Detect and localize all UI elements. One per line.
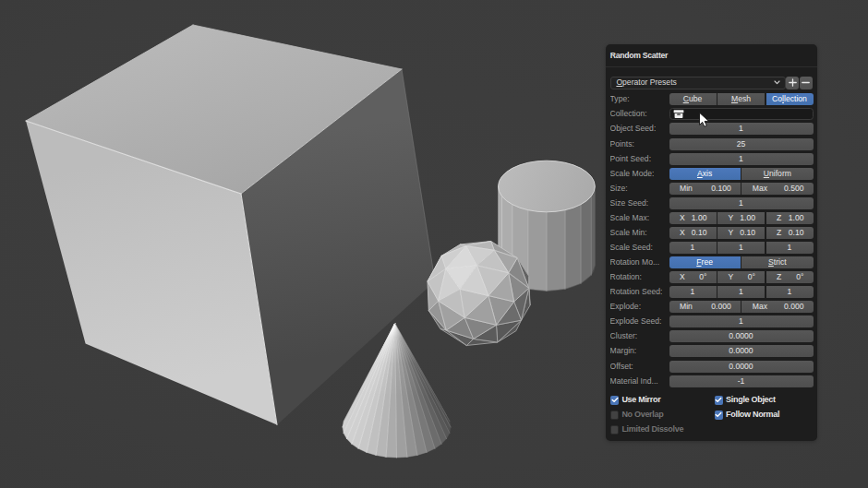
number-field[interactable]: 0.0000 <box>669 361 814 373</box>
field-value: 1 <box>691 286 695 298</box>
number-field-value: 0.0000 <box>729 361 753 373</box>
enum-option-uniform[interactable]: Uniform <box>741 168 813 180</box>
property-widget: 111 <box>669 242 814 254</box>
field-axis-label: Z <box>777 212 781 224</box>
blender-3d-viewport[interactable]: Random Scatter Operator Presets Type:Cub… <box>0 0 868 488</box>
property-label: Cluster: <box>610 330 638 342</box>
property-widget: 0.0000 <box>669 361 814 373</box>
number-field[interactable]: Min0.000 <box>669 301 741 313</box>
add-preset-button[interactable] <box>786 77 799 89</box>
property-row: Size Seed:1 <box>606 197 817 209</box>
checkbox-label: Follow Normal <box>726 411 779 420</box>
property-row: Rotation Seed:111 <box>606 286 817 298</box>
number-field[interactable]: Max0.000 <box>741 301 813 313</box>
number-field[interactable]: Z1.00 <box>766 212 814 224</box>
number-field[interactable]: 1 <box>669 315 814 327</box>
minus-icon <box>802 78 810 87</box>
number-field[interactable]: Max0.500 <box>741 183 813 195</box>
checkbox-label: No Overlap <box>621 411 663 420</box>
number-field[interactable]: 0.0000 <box>669 345 814 357</box>
number-field[interactable]: 1 <box>717 286 765 298</box>
property-widget: 0.0000 <box>669 345 814 357</box>
number-field[interactable]: 1 <box>766 242 814 254</box>
property-row: Scale Min:X0.10Y0.10Z0.10 <box>606 227 817 239</box>
checkmark-icon <box>715 397 722 403</box>
number-field[interactable]: Y0.10 <box>717 227 765 239</box>
number-field[interactable]: Y1.00 <box>717 212 765 224</box>
enum-option-free[interactable]: Free <box>669 256 741 268</box>
number-field[interactable]: Min0.100 <box>669 183 741 195</box>
collection-picker-field[interactable] <box>669 108 814 120</box>
number-field[interactable]: X1.00 <box>669 212 717 224</box>
number-field[interactable]: 1 <box>717 242 765 254</box>
property-row: Point Seed:1 <box>606 153 817 165</box>
number-field-value: -1 <box>738 375 745 387</box>
enum-option-label: Mesh <box>731 93 751 105</box>
property-label: Size: <box>610 183 628 195</box>
number-field-value: 1 <box>739 315 743 327</box>
field-axis-label: X <box>680 212 685 224</box>
number-field[interactable]: X0.10 <box>669 227 717 239</box>
field-value: 0° <box>796 271 803 283</box>
number-field[interactable]: 1 <box>669 242 717 254</box>
number-field[interactable]: 1 <box>669 123 814 135</box>
checkmark-icon <box>611 397 619 403</box>
number-field-value: 0.0000 <box>729 330 753 342</box>
enum-option-mesh[interactable]: Mesh <box>717 93 765 105</box>
operator-presets-dropdown[interactable]: Operator Presets <box>610 77 786 89</box>
checkbox-label: Limited Dissolve <box>621 425 683 434</box>
property-label: Rotation Mo... <box>610 256 660 268</box>
number-field[interactable]: Z0° <box>766 271 814 283</box>
field-value: 0.100 <box>711 183 731 195</box>
number-field[interactable]: X0° <box>669 271 717 283</box>
number-field[interactable]: -1 <box>669 375 814 387</box>
number-field[interactable]: 25 <box>669 138 814 150</box>
property-row: Margin:0.0000 <box>606 345 817 357</box>
property-label: Rotation Seed: <box>610 286 663 298</box>
property-widget: X0.10Y0.10Z0.10 <box>669 227 814 239</box>
property-label: Scale Seed: <box>610 242 653 254</box>
number-field[interactable]: 0.0000 <box>669 330 814 342</box>
remove-preset-button[interactable] <box>800 77 813 89</box>
field-value: 1.00 <box>789 212 804 224</box>
property-row: Rotation:X0°Y0°Z0° <box>606 271 817 283</box>
number-field[interactable]: Z0.10 <box>766 227 814 239</box>
property-label: Margin: <box>610 345 637 357</box>
property-label: Object Seed: <box>610 123 657 135</box>
enum-option-label: Free <box>696 256 713 268</box>
number-field-value: 1 <box>739 153 743 165</box>
mouse-cursor-icon <box>698 112 711 130</box>
enum-option-axis[interactable]: Axis <box>669 168 741 180</box>
field-axis-label: Z <box>777 227 781 239</box>
enum-option-label: Collection <box>772 93 807 105</box>
field-value: 1 <box>788 286 792 298</box>
property-row: Scale Mode:AxisUniform <box>606 168 817 180</box>
collection-icon <box>673 109 684 119</box>
checkbox-use-mirror[interactable] <box>610 396 619 405</box>
property-row: Points:25 <box>606 138 817 150</box>
enum-option-cube[interactable]: Cube <box>669 93 717 105</box>
property-label: Point Seed: <box>610 153 651 165</box>
number-field[interactable]: 1 <box>669 153 814 165</box>
field-axis-label: X <box>680 227 685 239</box>
enum-option-strict[interactable]: Strict <box>741 256 813 268</box>
field-value: 0.10 <box>789 227 804 239</box>
field-value: 1 <box>788 242 792 254</box>
enum-option-collection[interactable]: Collection <box>766 93 814 105</box>
number-field[interactable]: 1 <box>669 286 717 298</box>
property-label: Points: <box>610 138 634 150</box>
field-axis-label: Z <box>777 271 781 283</box>
property-label: Collection: <box>610 108 647 120</box>
checkmark-icon <box>715 411 722 418</box>
number-field[interactable]: 1 <box>766 286 814 298</box>
property-widget: 1 <box>669 315 814 327</box>
number-field[interactable]: Y0° <box>717 271 765 283</box>
number-field[interactable]: 1 <box>669 197 814 209</box>
field-axis-label: Max <box>753 183 767 195</box>
property-widget: 1 <box>669 153 814 165</box>
property-widget: 0.0000 <box>669 330 814 342</box>
checkbox-single-object[interactable] <box>715 396 723 405</box>
checkbox-follow-normal[interactable] <box>715 411 723 420</box>
property-row: Collection: <box>606 108 817 120</box>
property-label: Size Seed: <box>610 197 649 209</box>
